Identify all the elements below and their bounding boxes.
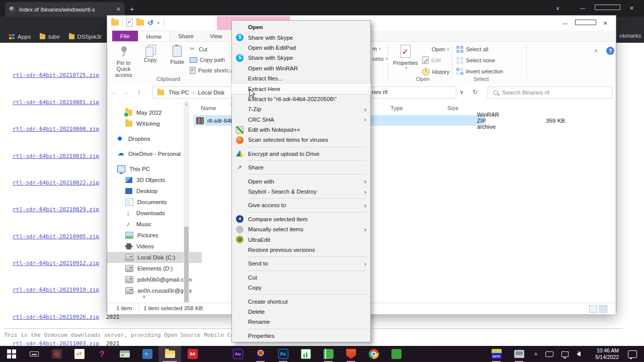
search-input[interactable]: Search Binaries rtl: [488, 86, 612, 99]
column-header-size[interactable]: Size: [447, 105, 458, 111]
explorer-maximize-button[interactable]: [575, 16, 595, 31]
help-icon[interactable]: ?: [606, 47, 614, 55]
bookmark-item[interactable]: Apps: [9, 34, 31, 40]
context-menu-item[interactable]: Delete ›: [232, 307, 370, 317]
context-menu-item[interactable]: Rename ›: [232, 317, 370, 327]
ftp-file-link[interactable]: rtl-sdr-64bit-20210912.zip: [13, 260, 106, 266]
ribbon-button[interactable]: m ∨: [372, 46, 388, 52]
ribbon-button[interactable]: Paste: [164, 45, 191, 80]
taskbar-app-button[interactable]: [508, 346, 530, 362]
nav-up-icon[interactable]: ↑: [137, 88, 141, 96]
undo-icon[interactable]: ↺: [147, 19, 153, 27]
taskbar-app-button[interactable]: [340, 346, 362, 362]
scroll-up-icon[interactable]: ∧: [184, 102, 189, 107]
action-center-icon[interactable]: [628, 350, 637, 358]
sidebar-item[interactable]: Dropbox: [107, 133, 194, 144]
properties-button[interactable]: Properties ∨: [392, 45, 419, 70]
scrollbar-thumb[interactable]: [184, 227, 189, 302]
explorer-close-button[interactable]: ✕: [595, 16, 615, 31]
context-menu-item[interactable]: Copy ›: [232, 283, 370, 293]
browser-restore-button[interactable]: [595, 0, 619, 17]
taskbar-app-button[interactable]: [204, 346, 226, 362]
context-menu-item[interactable]: Share with Skype ›: [232, 32, 370, 42]
column-header-name[interactable]: Name: [201, 105, 216, 111]
taskbar-app-button[interactable]: 64: [181, 346, 204, 362]
ribbon-button[interactable]: History ∨: [422, 68, 453, 75]
taskbar-app-button[interactable]: [317, 346, 340, 362]
folder-icon[interactable]: [111, 20, 119, 26]
ribbon-tab[interactable]: Home: [138, 31, 171, 41]
context-menu-item[interactable]: Extract files... ›: [232, 73, 370, 83]
ftp-file-link[interactable]: rtl-sdr-64bit-20210822.zip: [13, 179, 106, 186]
volume-icon[interactable]: [577, 351, 581, 356]
taskbar-app-button[interactable]: [23, 346, 45, 362]
tab-search-icon[interactable]: ∨: [545, 0, 570, 17]
context-menu-item[interactable]: Encrypt and upload to Drive ›: [232, 149, 370, 159]
ribbon-button[interactable]: Copy: [137, 45, 164, 80]
network-icon[interactable]: [561, 351, 569, 357]
browser-minimize-button[interactable]: —: [570, 0, 595, 17]
sidebar-scrollbar[interactable]: ∧: [184, 101, 189, 303]
folder-icon[interactable]: [136, 20, 144, 26]
ribbon-tab[interactable]: File: [112, 31, 138, 41]
browser-close-button[interactable]: ✕: [619, 0, 644, 17]
taskbar-clock[interactable]: 10:46 AM 5/14/2022: [588, 347, 619, 360]
ftp-file-link[interactable]: rtl-sdr-64bit-20210829.zip: [13, 206, 106, 213]
nav-back-icon[interactable]: ←: [111, 88, 118, 96]
sidebar-item[interactable]: OneDrive - Personal: [107, 148, 194, 159]
breadcrumb-tail[interactable]: ries rtl: [372, 89, 387, 95]
bookmark-item[interactable]: DSSjok3r: [69, 34, 102, 40]
ftp-file-link[interactable]: rtl-sdr-64bit-20210905.zip: [13, 233, 106, 240]
breadcrumb-item[interactable]: Local Disk: [198, 89, 224, 96]
context-menu-item[interactable]: Create shortcut ›: [232, 296, 370, 306]
icons-view-toggle[interactable]: [599, 305, 607, 313]
sidebar-scroll-down-icon[interactable]: ∨: [142, 294, 146, 299]
context-menu-item[interactable]: Compare selected item ›: [232, 214, 370, 224]
ribbon-button[interactable]: Open ∨: [422, 46, 453, 52]
column-header-type[interactable]: Type: [390, 105, 403, 111]
context-menu-item[interactable]: Cut ›: [232, 273, 370, 283]
collapse-ribbon-icon[interactable]: ∧: [594, 48, 598, 53]
tab-close-icon[interactable]: ✕: [116, 6, 121, 13]
taskbar-app-button[interactable]: [45, 346, 68, 362]
ftp-file-link[interactable]: rtl-sdr-64bit-20210801.zip: [13, 99, 106, 106]
taskbar-app-button[interactable]: >_: [136, 346, 158, 362]
ftp-file-link[interactable]: rtl-sdr-64bit-20210815.zip: [13, 153, 106, 159]
browser-tab[interactable]: Index of /binaries/windows/rtl-s ✕: [5, 2, 125, 17]
context-menu-item[interactable]: Open ›: [232, 22, 370, 32]
taskbar-app-button[interactable]: [113, 346, 136, 362]
ribbon-button[interactable]: Paste shortcut: [190, 67, 233, 74]
ribbon-button[interactable]: Cut: [190, 46, 233, 52]
tray-device-icon[interactable]: [545, 351, 553, 357]
taskbar-app-button[interactable]: [0, 346, 23, 362]
ftp-file-link[interactable]: rtl-sdr-64bit-20210725.zip: [13, 72, 106, 78]
taskbar-app-button[interactable]: [158, 346, 181, 362]
context-menu-item[interactable]: CRC SHA ›: [232, 115, 370, 125]
ribbon-tab[interactable]: Share: [170, 31, 202, 41]
other-bookmarks-label[interactable]: okmarks: [619, 33, 641, 39]
context-menu-item[interactable]: Open with ›: [232, 176, 370, 186]
breadcrumb-item[interactable]: This PC: [169, 89, 189, 96]
refresh-icon[interactable]: ↻: [472, 88, 477, 96]
context-menu-item[interactable]: Scan selected items for viruses ›: [232, 135, 370, 145]
taskbar-app-button[interactable]: [249, 346, 272, 362]
context-menu-item[interactable]: Open with WinRAR ›: [232, 63, 370, 73]
bookmark-item[interactable]: tube: [40, 34, 59, 40]
context-menu-item[interactable]: Spybot - Search & Destroy ›: [232, 187, 370, 197]
context-menu-item[interactable]: Restore previous versions ›: [232, 245, 370, 255]
context-menu-item[interactable]: Edit with Notepad++ ›: [232, 125, 370, 135]
taskbar-app-button[interactable]: Ps: [272, 346, 294, 362]
context-menu-item[interactable]: UltraEdit ›: [232, 234, 370, 244]
context-menu-item[interactable]: Properties ›: [232, 331, 370, 341]
ribbon-button[interactable]: Select none: [456, 57, 503, 64]
taskbar-app-button[interactable]: ?: [91, 346, 113, 362]
new-tab-button[interactable]: +: [130, 5, 134, 13]
context-menu-item[interactable]: Send to ›: [232, 258, 370, 268]
ribbon-button[interactable]: Edit ∨: [422, 56, 453, 64]
ribbon-button[interactable]: Pin to Quick access: [110, 45, 137, 80]
ribbon-button[interactable]: Invert selection: [456, 68, 503, 75]
taskbar-app-button[interactable]: nT: [68, 346, 91, 362]
context-menu-item[interactable]: Give access to ›: [232, 200, 370, 210]
ribbon-button[interactable]: Copy path: [190, 56, 233, 63]
taskbar-app-button[interactable]: SSTV: [485, 346, 508, 362]
